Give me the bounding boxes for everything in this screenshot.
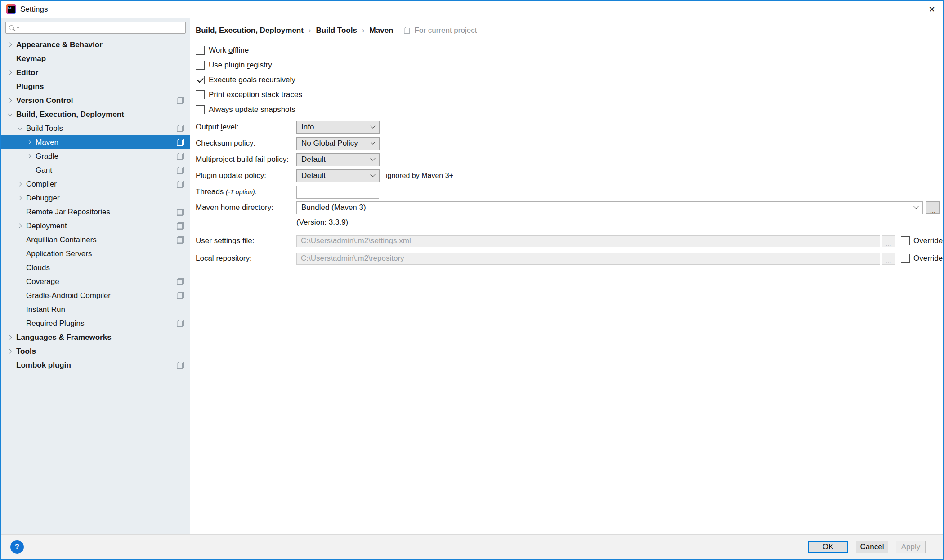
sidebar-item-label: Plugins [16, 82, 44, 91]
search-icon[interactable] [9, 25, 14, 30]
sidebar-item-appearance-behavior[interactable]: Appearance & Behavior [1, 38, 190, 52]
checkbox-label[interactable]: Use plugin registry [209, 61, 272, 70]
sidebar-item-remote-jar-repositories[interactable]: Remote Jar Repositories [1, 205, 190, 219]
user-settings-label: User settings file: [196, 236, 296, 245]
sidebar-item-required-plugins[interactable]: Required Plugins [1, 316, 190, 330]
sidebar-item-maven[interactable]: Maven [1, 135, 190, 149]
sidebar-item-debugger[interactable]: Debugger [1, 191, 190, 205]
sidebar-item-deployment[interactable]: Deployment [1, 219, 190, 233]
close-icon: ✕ [928, 4, 935, 14]
sidebar-item-languages-frameworks[interactable]: Languages & Frameworks [1, 330, 190, 344]
chevron-right-icon[interactable] [6, 97, 13, 104]
search-box[interactable] [5, 22, 186, 34]
title-bar: IJ Settings ✕ [1, 1, 943, 18]
chevron-down-icon[interactable] [370, 124, 375, 129]
execute-goals-recursively-row: Execute goals recursively [196, 72, 943, 87]
maven-home-combobox[interactable]: Bundled (Maven 3) [296, 201, 923, 214]
sidebar-item-gradle[interactable]: Gradle [1, 149, 190, 163]
chevron-right-icon[interactable] [26, 153, 33, 160]
threads-input[interactable] [296, 186, 379, 199]
sidebar-item-label: Compiler [26, 180, 57, 189]
checkbox-label[interactable]: Execute goals recursively [209, 76, 295, 84]
per-project-icon [177, 139, 184, 146]
sidebar-item-coverage[interactable]: Coverage [1, 275, 190, 289]
ok-button[interactable]: OK [808, 541, 848, 553]
chevron-down-icon[interactable] [913, 204, 918, 209]
sidebar-item-instant-run[interactable]: Instant Run [1, 302, 190, 316]
checkbox-label[interactable]: Work offline [209, 46, 249, 55]
sidebar-item-label: Remote Jar Repositories [26, 208, 110, 217]
per-project-icon [177, 362, 184, 369]
context-note-label: For current project [414, 26, 477, 35]
chevron-right-icon[interactable] [6, 69, 13, 76]
chevron-icon [16, 209, 23, 216]
sidebar-item-plugins[interactable]: Plugins [1, 80, 190, 93]
checkbox-label[interactable]: Always update snapshots [209, 105, 295, 114]
chevron-right-icon[interactable] [6, 334, 13, 341]
always-update-snapshots-row: Always update snapshots [196, 102, 943, 117]
chevron-right-icon[interactable] [16, 222, 23, 230]
sidebar-item-label: Debugger [26, 194, 60, 203]
maven-home-browse-button[interactable]: ... [926, 201, 940, 214]
breadcrumb-segment-maven[interactable]: Maven [370, 26, 394, 35]
multiproject-build-fail-policy-dropdown[interactable]: Default [296, 153, 380, 166]
sidebar-item-editor[interactable]: Editor [1, 66, 190, 80]
chevron-right-icon[interactable] [6, 41, 13, 49]
work-offline-checkbox[interactable] [196, 46, 205, 55]
plugin-update-policy-dropdown[interactable]: Default [296, 169, 380, 182]
sidebar-item-tools[interactable]: Tools [1, 344, 190, 358]
checksum-policy-dropdown[interactable]: No Global Policy [296, 137, 380, 150]
breadcrumb-separator: › [362, 26, 365, 35]
chevron-right-icon[interactable] [16, 181, 23, 188]
local-repository-override[interactable]: Override [901, 254, 943, 263]
search-input[interactable] [22, 23, 182, 32]
checkbox-label[interactable]: Print exception stack traces [209, 90, 302, 99]
sidebar-item-application-servers[interactable]: Application Servers [1, 247, 190, 261]
search-options-caret-icon[interactable] [17, 27, 19, 29]
sidebar-item-gant[interactable]: Gant [1, 163, 190, 177]
sidebar-item-lombok-plugin[interactable]: Lombok plugin [1, 358, 190, 372]
sidebar-item-gradle-android-compiler[interactable]: Gradle-Android Compiler [1, 289, 190, 302]
per-project-icon [177, 320, 184, 327]
chevron-down-icon[interactable] [6, 111, 13, 118]
sidebar-item-label: Gradle [36, 152, 58, 161]
use-plugin-registry-checkbox[interactable] [196, 61, 205, 70]
chevron-right-icon[interactable] [6, 348, 13, 355]
search-area [1, 18, 190, 36]
chevron-right-icon[interactable] [26, 139, 33, 146]
chevron-down-icon[interactable] [370, 140, 375, 145]
sidebar-item-label: Instant Run [26, 305, 65, 314]
print-exception-stack-traces-checkbox[interactable] [196, 90, 205, 99]
breadcrumb-segment-build-tools[interactable]: Build Tools [316, 26, 357, 35]
sidebar-item-compiler[interactable]: Compiler [1, 177, 190, 191]
breadcrumb-segment-build-execution-deployment[interactable]: Build, Execution, Deployment [196, 26, 304, 35]
sidebar-item-build-tools[interactable]: Build Tools [1, 121, 190, 135]
help-button[interactable]: ? [10, 540, 24, 554]
chevron-down-icon[interactable] [370, 156, 375, 161]
user-settings-override[interactable]: Override [901, 236, 943, 245]
cancel-button[interactable]: Cancel [856, 541, 888, 553]
per-project-icon [404, 27, 411, 34]
sidebar-item-clouds[interactable]: Clouds [1, 261, 190, 275]
local-repository-override-checkbox[interactable] [901, 254, 910, 263]
sidebar-item-keymap[interactable]: Keymap [1, 52, 190, 66]
execute-goals-recursively-checkbox[interactable] [196, 76, 205, 84]
close-button[interactable]: ✕ [921, 1, 943, 18]
override-label[interactable]: Override [913, 236, 943, 245]
sidebar-item-build-execution-deployment[interactable]: Build, Execution, Deployment [1, 107, 190, 121]
sidebar-item-arquillian-containers[interactable]: Arquillian Containers [1, 233, 190, 247]
always-update-snapshots-checkbox[interactable] [196, 105, 205, 114]
local-repository-row: Local repository: ... Override [196, 250, 943, 267]
window-title: Settings [20, 5, 48, 14]
chevron-down-icon[interactable] [370, 172, 375, 177]
user-settings-override-checkbox[interactable] [901, 236, 910, 245]
sidebar-item-label: Gradle-Android Compiler [26, 291, 111, 300]
print-exception-stack-traces-row: Print exception stack traces [196, 87, 943, 102]
checksum-policy-row: Checksum policy: No Global Policy [196, 135, 943, 151]
output-level-dropdown[interactable]: Info [296, 121, 380, 134]
chevron-icon [6, 55, 13, 62]
sidebar-item-version-control[interactable]: Version Control [1, 93, 190, 107]
override-label[interactable]: Override [913, 254, 943, 263]
chevron-down-icon[interactable] [16, 125, 23, 132]
chevron-right-icon[interactable] [16, 195, 23, 202]
